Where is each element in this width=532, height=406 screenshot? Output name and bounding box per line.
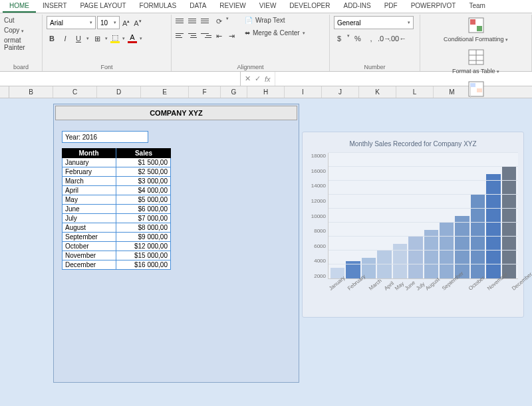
align-middle-button[interactable] [188, 16, 199, 25]
tab-view[interactable]: VIEW [253, 0, 283, 13]
align-top-button[interactable] [176, 16, 186, 25]
tab-review[interactable]: REVIEW [213, 0, 252, 13]
column-header-F[interactable]: F [189, 86, 221, 98]
column-header-D[interactable]: D [97, 86, 141, 98]
align-left-button[interactable] [176, 31, 186, 40]
table-row[interactable]: April$4 000,00 [62, 186, 171, 195]
company-header: COMPANY XYZ [55, 106, 297, 120]
percent-button[interactable]: % [352, 33, 363, 44]
column-header-E[interactable]: E [141, 86, 189, 98]
decrease-indent-button[interactable]: ⇤ [213, 31, 224, 41]
table-row[interactable]: January$1 500,00 [62, 158, 171, 167]
table-row[interactable]: November$15 000,00 [62, 251, 171, 260]
fx-button[interactable]: fx [265, 75, 271, 83]
font-color-button[interactable]: A [128, 34, 137, 43]
wrap-text-button[interactable]: 📄Wrap Text [245, 16, 305, 25]
worksheet-area[interactable]: COMPANY XYZ Year: 2016 Month Sales Janua… [0, 98, 532, 406]
column-header-K[interactable]: K [359, 86, 396, 98]
italic-button[interactable]: I [60, 33, 70, 44]
column-header-I[interactable]: I [285, 86, 322, 98]
number-format-select[interactable]: General▾ [334, 16, 414, 29]
table-row[interactable]: December$16 000,00 [62, 260, 171, 270]
increase-indent-button[interactable]: ⇥ [226, 31, 237, 41]
table-row[interactable]: September$9 000,00 [62, 233, 171, 242]
tab-team[interactable]: Team [462, 0, 491, 13]
chart-bar[interactable] [393, 244, 407, 279]
chart-plot-area [328, 153, 518, 279]
number-label: Number [334, 63, 416, 71]
chart-bar[interactable] [471, 195, 485, 278]
column-header-H[interactable]: H [247, 86, 285, 98]
column-header-J[interactable]: J [322, 86, 359, 98]
cell-month: February [63, 167, 116, 176]
tab-formulas[interactable]: FORMULAS [133, 0, 184, 13]
font-size-select[interactable]: 10▾ [97, 16, 120, 29]
column-header-L[interactable]: L [396, 86, 434, 98]
table-row[interactable]: March$3 000,00 [62, 177, 171, 186]
svg-rect-1 [470, 19, 475, 25]
tab-insert[interactable]: INSERT [36, 0, 74, 13]
merge-center-button[interactable]: ⬌Merge & Center ▾ [245, 29, 305, 37]
select-all-corner[interactable] [0, 86, 9, 98]
currency-button[interactable]: $ [334, 33, 344, 44]
chart-bar[interactable] [502, 167, 516, 278]
chart-bar[interactable] [377, 251, 391, 278]
decrease-decimal-button[interactable]: .00← [392, 33, 403, 44]
year-input[interactable]: Year: 2016 [62, 131, 148, 143]
grow-font-button[interactable]: A▴ [121, 19, 131, 27]
table-row[interactable]: October$12 000,00 [62, 242, 171, 251]
column-headers: BCDEFGHIJKLM [0, 86, 532, 98]
align-right-button[interactable] [201, 31, 211, 40]
table-row[interactable]: February$2 500,00 [62, 167, 171, 177]
chart-bar[interactable] [424, 230, 438, 279]
enter-formula-button[interactable]: ✓ [255, 74, 261, 83]
table-row[interactable]: July$7 000,00 [62, 214, 171, 223]
tab-add-ins[interactable]: ADD-INS [337, 0, 378, 13]
chart-bar[interactable] [408, 237, 422, 278]
tab-data[interactable]: DATA [183, 0, 213, 13]
shrink-font-button[interactable]: A▾ [132, 19, 142, 27]
tab-powerpivot[interactable]: POWERPIVOT [404, 0, 463, 13]
tab-page-layout[interactable]: PAGE LAYOUT [74, 0, 133, 13]
font-name-select[interactable]: Arial▾ [47, 16, 96, 29]
ribbon: Cut Copy ▾ ormat Painter board Arial▾ 10… [0, 13, 532, 72]
increase-decimal-button[interactable]: .0→ [379, 33, 390, 44]
chart-bar[interactable] [455, 216, 469, 279]
header-month: Month [62, 148, 116, 158]
tab-developer[interactable]: DEVELOPER [283, 0, 336, 13]
chart-bar[interactable] [440, 223, 454, 278]
svg-rect-2 [477, 26, 482, 31]
format-painter-button[interactable]: ormat Painter [4, 36, 38, 52]
bold-button[interactable]: B [47, 33, 57, 44]
formula-input[interactable] [275, 72, 532, 86]
table-row[interactable]: August$8 000,00 [62, 223, 171, 233]
column-header-G[interactable]: G [221, 86, 247, 98]
border-button[interactable]: ⊞ [92, 33, 102, 44]
tab-home[interactable]: HOME [3, 0, 36, 13]
table-row[interactable]: June$6 000,00 [62, 205, 171, 214]
conditional-formatting-button[interactable]: Conditional Formatting ▾ [424, 16, 527, 43]
comma-button[interactable]: , [366, 33, 376, 44]
cell-sales: $4 000,00 [116, 186, 170, 195]
format-as-table-button[interactable]: Format as Table ▾ [424, 48, 527, 74]
copy-button[interactable]: Copy ▾ [4, 26, 38, 35]
orientation-button[interactable]: ⟳ [213, 16, 224, 27]
align-center-button[interactable] [188, 31, 199, 40]
chart-bar[interactable] [486, 174, 500, 279]
column-header-C[interactable]: C [53, 86, 97, 98]
cell-month: August [63, 223, 116, 232]
tab-pdf[interactable]: PDF [378, 0, 404, 13]
chart[interactable]: Monthly Sales Recorded for Company XYZ 1… [302, 132, 524, 318]
cell-sales: $8 000,00 [116, 223, 170, 232]
cut-button[interactable]: Cut [4, 16, 38, 25]
name-box[interactable] [0, 72, 241, 86]
fill-color-button[interactable]: ⬚ [110, 34, 120, 43]
align-bottom-button[interactable] [201, 16, 211, 25]
column-header-M[interactable]: M [434, 86, 471, 98]
table-row[interactable]: May$5 000,00 [62, 195, 171, 205]
column-header-B[interactable]: B [9, 86, 53, 98]
underline-button[interactable]: U [73, 33, 84, 44]
cell-month: December [63, 260, 116, 269]
cancel-formula-button[interactable]: ✕ [245, 74, 251, 83]
chart-x-axis: JanuaryFebruaryMarchAprilMayJuneJulyAugu… [308, 279, 518, 312]
